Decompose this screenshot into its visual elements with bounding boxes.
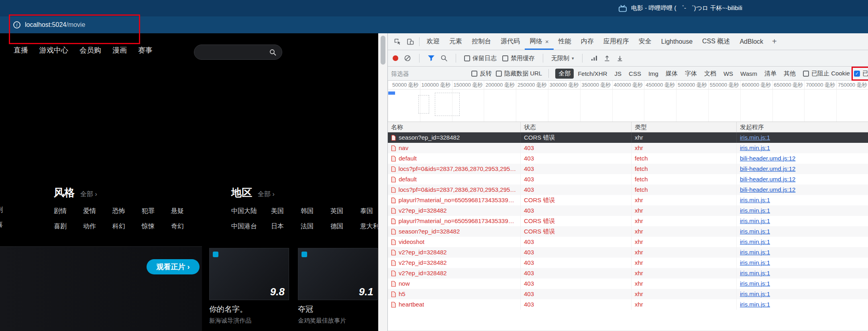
request-name-cell[interactable]: playurl?material_no=650596817343533997… xyxy=(388,216,521,226)
network-request-row[interactable]: nav 403 xhr iris.min.js:1 xyxy=(388,143,868,153)
nav-item[interactable]: 直播 xyxy=(14,45,28,55)
nav-item[interactable]: 游戏中心 xyxy=(39,45,68,55)
close-tab-icon[interactable]: × xyxy=(545,38,549,45)
region-tag[interactable]: 美国 xyxy=(271,207,301,215)
movie-title[interactable]: 你的名字。 xyxy=(209,304,289,315)
style-tag[interactable]: 悬疑 xyxy=(171,207,200,215)
initiator-link[interactable]: iris.min.js:1 xyxy=(740,270,770,276)
network-request-row[interactable]: season?ep_id=328482 CORS 错误 xhr iris.min… xyxy=(388,132,868,143)
nav-item[interactable]: 漫画 xyxy=(112,45,127,55)
devtools-tab[interactable]: 源代码 × xyxy=(496,33,525,50)
network-request-row[interactable]: now 403 xhr iris.min.js:1 xyxy=(388,278,868,289)
region-tag[interactable]: 德国 xyxy=(330,222,360,231)
throttling-select[interactable]: 无限制 ▾ xyxy=(551,55,574,62)
request-type-chip[interactable]: 字体 xyxy=(682,69,700,79)
column-header[interactable]: 状态 xyxy=(521,122,632,132)
request-type-chip[interactable]: Fetch/XHR xyxy=(575,69,610,78)
request-name-cell[interactable]: videoshot xyxy=(388,237,521,247)
movie-poster[interactable]: 9.1 xyxy=(298,248,378,300)
initiator-link[interactable]: iris.min.js:1 xyxy=(740,197,770,203)
devtools-tab[interactable]: 元素 × xyxy=(444,33,467,50)
initiator-link[interactable]: iris.min.js:1 xyxy=(740,144,770,151)
request-name-cell[interactable]: h5 xyxy=(388,289,521,299)
scrollbar-thumb[interactable] xyxy=(381,36,385,65)
initiator-link[interactable]: iris.min.js:1 xyxy=(740,301,770,308)
request-name-cell[interactable]: playurl?material_no=650596817343533997… xyxy=(388,195,521,205)
region-tag[interactable]: 英国 xyxy=(330,207,360,215)
network-request-row[interactable]: playurl?material_no=650596817343533997… … xyxy=(388,195,868,205)
network-request-row[interactable]: v2?ep_id=328482 403 xhr iris.min.js:1 xyxy=(388,247,868,258)
url-text[interactable]: localhost:5024/movie xyxy=(25,21,85,28)
column-header[interactable]: 名称 xyxy=(388,122,521,132)
devtools-tab[interactable]: CSS 概述 × xyxy=(697,33,735,50)
request-type-chip[interactable]: JS xyxy=(611,69,625,78)
movie-poster[interactable]: 9.8 xyxy=(209,248,289,300)
region-tag[interactable]: 中国港台 xyxy=(231,222,271,231)
style-tag[interactable]: 惊悚 xyxy=(142,222,171,231)
request-name-cell[interactable]: v2?ep_id=328482 xyxy=(388,205,521,216)
network-request-row[interactable]: default 403 fetch bili-header.umd.js:12 xyxy=(388,174,868,185)
movie-title[interactable]: 夺冠 xyxy=(298,304,378,315)
devtools-tab[interactable]: 内存 × xyxy=(576,33,599,50)
request-type-chip[interactable]: WS xyxy=(720,69,736,78)
column-header[interactable]: 发起程序 xyxy=(737,122,868,132)
request-type-chip[interactable]: 清单 xyxy=(761,69,780,79)
request-type-chip[interactable]: Img xyxy=(645,69,662,78)
initiator-link[interactable]: bili-header.umd.js:12 xyxy=(740,186,795,193)
clear-network-log-icon[interactable] xyxy=(404,55,411,62)
invert-filter-checkbox[interactable]: ✓ 反转 xyxy=(471,70,492,77)
network-request-row[interactable]: playurl?material_no=650596817343533997… … xyxy=(388,216,868,226)
network-request-row[interactable]: v2?ep_id=328482 403 xhr iris.min.js:1 xyxy=(388,268,868,278)
request-name-cell[interactable]: default xyxy=(388,174,521,185)
address-bar[interactable]: i localhost:5024/movie xyxy=(0,16,868,33)
initiator-link[interactable]: iris.min.js:1 xyxy=(740,259,770,266)
blocked-cookies-checkbox[interactable]: ✓ 已阻止 Cookie xyxy=(803,70,850,77)
network-request-row[interactable]: locs?pf=0&ids=2837,2836,2870,2953,2954,…… xyxy=(388,164,868,174)
devtools-tab[interactable]: AdBlock × xyxy=(735,33,768,50)
hide-data-urls-checkbox[interactable]: ✓ 隐藏数据 URL xyxy=(496,70,542,77)
style-tag[interactable]: 犯罪 xyxy=(142,207,171,215)
initiator-link[interactable]: iris.min.js:1 xyxy=(740,217,770,224)
network-request-row[interactable]: h5 403 xhr iris.min.js:1 xyxy=(388,289,868,299)
request-type-chip[interactable]: 文档 xyxy=(701,69,719,79)
style-tag[interactable]: 爱情 xyxy=(83,207,112,215)
watch-movie-button[interactable]: 观看正片 › xyxy=(147,259,200,274)
initiator-link[interactable]: iris.min.js:1 xyxy=(740,280,770,287)
style-all-link[interactable]: 全部 › xyxy=(80,190,97,199)
initiator-link[interactable]: iris.min.js:1 xyxy=(740,238,770,245)
blocked-requests-checkbox[interactable]: ✓ 已阻止请求 xyxy=(854,70,868,77)
region-tag[interactable]: 日本 xyxy=(271,222,301,231)
request-name-cell[interactable]: default xyxy=(388,153,521,164)
devtools-tab[interactable]: 欢迎 × xyxy=(422,33,444,50)
movie-card[interactable]: 9.1 夺冠 金鸡奖最佳故事片 xyxy=(298,248,378,325)
devtools-tab[interactable]: 应用程序 × xyxy=(599,33,634,50)
initiator-link[interactable]: bili-header.umd.js:12 xyxy=(740,165,795,172)
request-name-cell[interactable]: v2?ep_id=328482 xyxy=(388,247,521,258)
initiator-link[interactable]: bili-header.umd.js:12 xyxy=(740,155,795,162)
region-tag[interactable]: 意大利 xyxy=(360,222,378,231)
browser-tab[interactable]: 电影 - 哔哩哔哩 ( ゜- ゜)つロ 干杯~-bilibili xyxy=(618,0,742,16)
request-type-chip[interactable]: 其他 xyxy=(780,69,799,79)
inspect-element-icon[interactable] xyxy=(391,36,404,48)
network-filter-input[interactable] xyxy=(391,70,467,77)
devtools-tab[interactable]: 网络 × xyxy=(525,33,554,50)
devtools-tab[interactable]: 控制台 × xyxy=(467,33,496,50)
region-tag[interactable]: 韩国 xyxy=(301,207,330,215)
request-name-cell[interactable]: nav xyxy=(388,143,521,153)
request-type-chip[interactable]: CSS xyxy=(626,69,644,78)
request-name-cell[interactable]: locs?pf=0&ids=2837,2836,2870,2953,2954,… xyxy=(388,164,521,174)
devtools-tab[interactable]: 性能 × xyxy=(554,33,576,50)
page-scrollbar[interactable] xyxy=(378,33,387,331)
movie-card[interactable]: 9.8 你的名字。 新海诚导演作品 xyxy=(209,248,289,325)
preserve-log-checkbox[interactable]: ✓ 保留日志 xyxy=(464,55,497,62)
request-name-cell[interactable]: v2?ep_id=328482 xyxy=(388,268,521,278)
import-har-icon[interactable] xyxy=(603,55,611,62)
request-type-chip[interactable]: 媒体 xyxy=(662,69,681,79)
region-tag[interactable]: 中国大陆 xyxy=(231,207,271,215)
search-icon[interactable] xyxy=(269,49,276,56)
search-input[interactable] xyxy=(201,49,269,56)
network-request-row[interactable]: v2?ep_id=328482 403 xhr iris.min.js:1 xyxy=(388,258,868,268)
disable-cache-checkbox[interactable]: ✓ 禁用缓存 xyxy=(502,55,535,62)
request-name-cell[interactable]: heartbeat xyxy=(388,299,521,310)
nav-item[interactable]: 会员购 xyxy=(79,45,101,55)
